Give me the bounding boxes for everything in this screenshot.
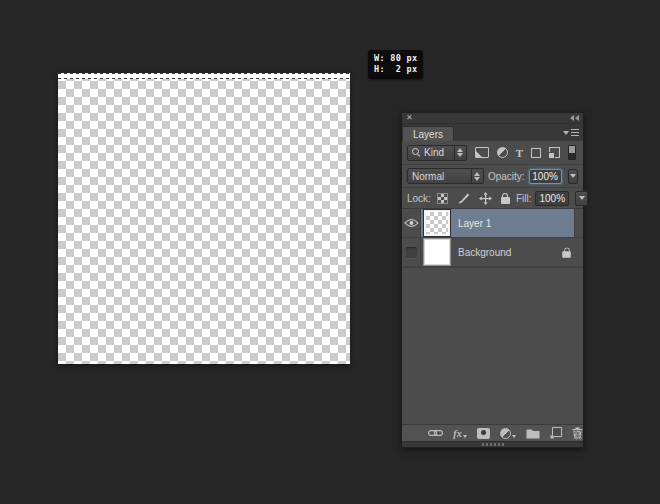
filter-shape-layers-button[interactable]: [531, 146, 541, 160]
lock-pixels-button[interactable]: [457, 191, 470, 205]
lock-icons: [437, 191, 510, 205]
panel-chrome-strip: ✕: [402, 113, 583, 124]
link-icon: [428, 429, 443, 437]
filter-adjustment-layers-button[interactable]: [497, 146, 508, 160]
dropdown-stepper-icon: [454, 146, 466, 160]
layer-mask-icon: [477, 428, 490, 439]
lock-label: Lock:: [407, 193, 431, 204]
close-icon[interactable]: ✕: [406, 114, 413, 122]
layer-name[interactable]: Layer 1: [458, 218, 491, 229]
opacity-dropdown-button[interactable]: [568, 169, 578, 184]
scrollbar-track: [574, 209, 583, 237]
layer-list: Layer 1 Background: [402, 209, 583, 268]
panel-tab-row: Layers: [402, 124, 583, 141]
visibility-off-well: [406, 247, 417, 258]
kind-filter-dropdown[interactable]: Kind: [407, 145, 467, 161]
eye-icon: [404, 218, 419, 228]
fx-icon: fx: [453, 428, 461, 439]
filter-icons: T: [473, 146, 578, 160]
lock-icon: [501, 197, 510, 204]
filter-pixel-layers-button[interactable]: [475, 146, 489, 160]
drag-handle-icon: [482, 443, 504, 446]
panel-menu-icon[interactable]: [563, 129, 579, 136]
fill-input[interactable]: 100%: [535, 191, 569, 206]
image-icon: [475, 147, 489, 158]
new-adjustment-layer-button[interactable]: [500, 426, 516, 440]
chevron-down-icon: [463, 435, 467, 438]
adjustment-icon: [497, 147, 508, 158]
adjustment-icon: [500, 428, 511, 439]
shape-icon: [531, 148, 541, 158]
chevron-down-icon: [512, 435, 516, 438]
visibility-cell[interactable]: [402, 209, 421, 237]
layer-name[interactable]: Background: [458, 247, 511, 258]
panel-bottom-bar: fx: [402, 424, 583, 441]
chevron-down-icon: [579, 196, 585, 200]
toggle-switch-icon: [568, 145, 576, 160]
tab-layers[interactable]: Layers: [402, 126, 454, 141]
selection-size-tooltip: W: 80 px H: 2 px: [368, 50, 423, 79]
photoshop-workspace: { "tooltip": { "line1": "W: 80 px", "lin…: [0, 0, 660, 504]
opacity-label: Opacity:: [488, 171, 525, 182]
panel-body: Kind T Normal Opacity: 100%: [402, 141, 583, 447]
type-icon: T: [516, 147, 523, 159]
document-canvas[interactable]: [58, 73, 350, 364]
fill-dropdown-button[interactable]: [575, 191, 588, 206]
new-layer-icon: [550, 427, 562, 439]
collapse-panel-icon[interactable]: [570, 115, 579, 121]
layer-row-layer1[interactable]: Layer 1: [402, 209, 583, 238]
blend-row: Normal Opacity: 100%: [402, 165, 583, 188]
panel-title: Layers: [413, 129, 443, 140]
marching-ants-top: [58, 73, 350, 74]
marching-ants-bottom: [58, 78, 350, 79]
tooltip-height: H: 2 px: [374, 64, 417, 74]
kind-filter-label: Kind: [424, 147, 444, 158]
fill-label: Fill:: [516, 193, 532, 204]
lock-row: Lock: Fill: 100%: [402, 188, 583, 209]
folder-icon: [526, 428, 540, 439]
lock-all-button[interactable]: [501, 191, 510, 205]
lock-icon: [562, 251, 571, 258]
checkerboard-icon: [437, 193, 448, 204]
layer-list-empty-area[interactable]: [402, 268, 583, 424]
filter-type-layers-button[interactable]: T: [516, 146, 523, 160]
layer-row-background[interactable]: Background: [402, 238, 583, 267]
filtering-toggle[interactable]: [568, 146, 576, 160]
opacity-input[interactable]: 100%: [529, 169, 562, 184]
smart-object-icon: [549, 147, 560, 158]
lock-transparency-button[interactable]: [437, 191, 448, 205]
layer-style-button[interactable]: fx: [453, 426, 466, 440]
selection-region[interactable]: [58, 73, 350, 79]
layer-thumbnail[interactable]: [424, 239, 450, 265]
panel-resize-grip[interactable]: [573, 431, 582, 440]
move-icon: [479, 192, 492, 205]
chevron-down-icon: [570, 174, 576, 178]
new-group-button[interactable]: [526, 426, 540, 440]
tooltip-width: W: 80 px: [374, 53, 417, 63]
lock-position-button[interactable]: [479, 191, 492, 205]
search-icon: [412, 148, 421, 157]
filter-row: Kind T: [402, 141, 583, 165]
panel-drag-strip[interactable]: [402, 441, 583, 447]
layer-thumbnail[interactable]: [424, 210, 450, 236]
link-layers-button[interactable]: [428, 426, 443, 440]
blend-mode-value: Normal: [412, 171, 444, 182]
brush-icon: [457, 192, 470, 205]
new-layer-button[interactable]: [550, 426, 562, 440]
dropdown-stepper-icon: [471, 169, 483, 183]
add-layer-mask-button[interactable]: [477, 426, 490, 440]
visibility-cell[interactable]: [402, 238, 421, 266]
layers-panel: ✕ Layers Kind T: [401, 112, 584, 448]
blend-mode-dropdown[interactable]: Normal: [407, 168, 484, 184]
filter-smart-objects-button[interactable]: [549, 146, 560, 160]
